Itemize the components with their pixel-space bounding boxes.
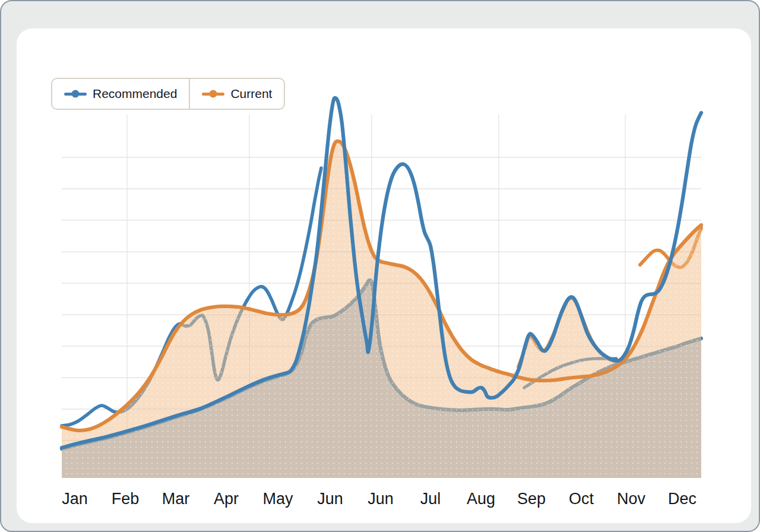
x-axis-label: Jan <box>62 490 88 508</box>
legend-item-current[interactable]: Current <box>190 79 284 109</box>
x-axis-label: Mar <box>162 490 190 508</box>
x-axis-label: Oct <box>569 490 594 508</box>
chart-legend: Recommended Current <box>51 78 285 110</box>
x-axis-label: Feb <box>112 490 140 508</box>
legend-marker-current-icon <box>202 93 224 96</box>
legend-label-recommended: Recommended <box>93 87 177 101</box>
x-axis-label: Apr <box>214 490 239 508</box>
x-axis-label: May <box>262 490 293 508</box>
chart-card: Recommended Current JanFebMarAprMayJunJu… <box>17 28 751 523</box>
x-axis-label: Jun <box>317 490 343 508</box>
page-frame: Recommended Current JanFebMarAprMayJunJu… <box>0 0 760 532</box>
x-axis-label: Sep <box>517 490 546 508</box>
x-axis-label: Dec <box>668 490 696 508</box>
legend-item-recommended[interactable]: Recommended <box>52 79 189 109</box>
x-axis-label: Nov <box>617 490 645 508</box>
legend-marker-recommended-icon <box>64 93 87 96</box>
legend-label-current: Current <box>230 87 272 101</box>
x-axis-label: Jul <box>420 490 441 508</box>
x-axis-label: Jun <box>368 490 394 508</box>
x-axis-label: Aug <box>467 490 495 508</box>
